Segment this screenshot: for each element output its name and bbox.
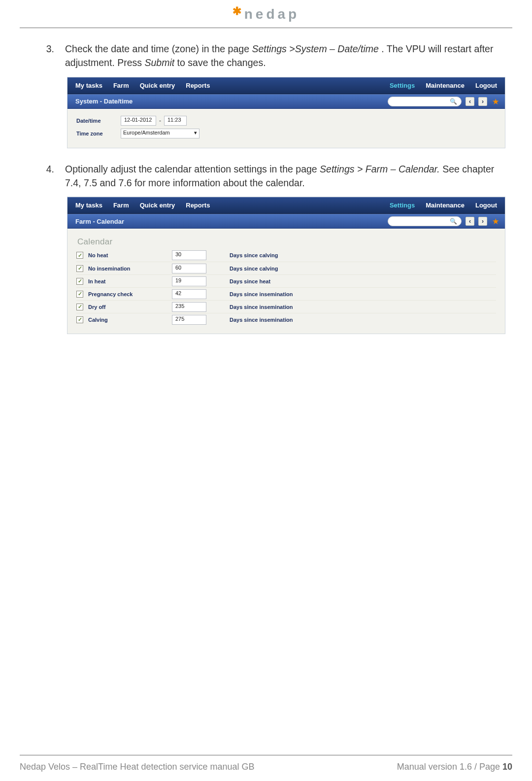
search-input[interactable]: 🔍 — [388, 97, 462, 106]
screenshot-system-datetime: My tasks Farm Quick entry Reports Settin… — [67, 77, 505, 148]
calendar-row-desc: Days since heat — [219, 278, 270, 284]
nav-prev-icon[interactable]: ‹ — [466, 217, 474, 226]
checkbox[interactable]: ✓ — [76, 278, 83, 285]
date-field[interactable]: 12-01-2012 — [121, 116, 156, 126]
text: Optionally adjust the calendar attention… — [65, 164, 320, 174]
nav-next-icon[interactable]: › — [478, 217, 487, 226]
calendar-row: ✓Dry off235Days since insemination — [76, 300, 496, 313]
nav-logout[interactable]: Logout — [475, 82, 497, 89]
list-item-3: 3. Check the date and time (zone) in the… — [20, 42, 512, 70]
footer-page-number: 10 — [502, 762, 512, 772]
label-timezone: Time zone — [76, 131, 121, 136]
calendar-row-desc: Days since calving — [219, 266, 278, 272]
nav-quick-entry[interactable]: Quick entry — [140, 82, 175, 89]
calendar-row: ✓No heat30Days since calving — [76, 249, 496, 262]
list-number: 4. — [20, 162, 54, 190]
app-topbar: My tasks Farm Quick entry Reports Settin… — [67, 77, 505, 94]
nav-reports[interactable]: Reports — [186, 202, 210, 209]
brand-text: nedap — [244, 6, 299, 22]
calendar-row-value[interactable]: 235 — [172, 302, 206, 312]
calendar-row-desc: Days since calving — [219, 252, 278, 258]
calendar-row-value[interactable]: 42 — [172, 289, 206, 299]
label-datetime: Date/time — [76, 118, 121, 124]
nav-farm[interactable]: Farm — [113, 202, 129, 209]
nav-maintenance[interactable]: Maintenance — [426, 202, 465, 209]
calendar-row: ✓In heat19Days since heat — [76, 274, 496, 287]
footer-left: Nedap Velos – RealTime Heat detection se… — [20, 762, 255, 772]
page-title-bar: System - Date/time 🔍 ‹ › ★ — [67, 94, 505, 109]
nav-my-tasks[interactable]: My tasks — [75, 82, 102, 89]
checkbox[interactable]: ✓ — [76, 291, 83, 298]
calendar-row-name: No insemination — [88, 266, 172, 272]
nav-logout[interactable]: Logout — [475, 202, 497, 209]
calendar-row: ✓Calving275Days since insemination — [76, 313, 496, 326]
calendar-row-name: Calving — [88, 317, 172, 323]
footer-right-prefix: Manual version 1.6 / Page — [397, 762, 502, 772]
calendar-row-name: In heat — [88, 278, 172, 284]
page-header: ✱ nedap — [0, 0, 532, 29]
search-icon: 🔍 — [450, 218, 457, 225]
favorite-icon[interactable]: ★ — [491, 97, 500, 106]
calendar-row-desc: Days since insemination — [219, 304, 293, 310]
calendar-panel: Calendar ✓No heat30Days since calving✓No… — [67, 229, 505, 334]
page-footer: Nedap Velos – RealTime Heat detection se… — [0, 762, 532, 772]
settings-path: Settings > Farm – Calendar. — [320, 164, 440, 174]
calendar-row-desc: Days since insemination — [219, 317, 293, 323]
checkbox[interactable]: ✓ — [76, 252, 83, 259]
nav-next-icon[interactable]: › — [478, 97, 487, 106]
nav-farm[interactable]: Farm — [113, 82, 129, 89]
page-title: Farm - Calendar — [75, 218, 124, 225]
form-row-timezone: Time zone Europe/Amsterdam ▾ — [76, 127, 496, 140]
section-title: Calendar — [76, 234, 496, 249]
list-item-4: 4. Optionally adjust the calendar attent… — [20, 162, 512, 190]
nav-reports[interactable]: Reports — [186, 82, 210, 89]
footer-rule — [20, 755, 512, 755]
calendar-row-value[interactable]: 60 — [172, 264, 206, 273]
calendar-row-value[interactable]: 30 — [172, 250, 206, 260]
calendar-row-value[interactable]: 275 — [172, 315, 206, 325]
favorite-icon[interactable]: ★ — [491, 217, 500, 226]
search-input[interactable]: 🔍 — [388, 216, 462, 226]
calendar-row-name: No heat — [88, 252, 172, 258]
form-row-datetime: Date/time 12-01-2012 - 11:23 — [76, 114, 496, 127]
list-text: Check the date and time (zone) in the pa… — [65, 42, 512, 70]
settings-path: Settings >System – Date/time — [252, 43, 378, 54]
nav-prev-icon[interactable]: ‹ — [466, 97, 474, 106]
time-field[interactable]: 11:23 — [164, 116, 187, 126]
calendar-row-value[interactable]: 19 — [172, 276, 206, 286]
search-icon: 🔍 — [450, 98, 457, 105]
app-topbar: My tasks Farm Quick entry Reports Settin… — [67, 197, 505, 214]
form-panel: Date/time 12-01-2012 - 11:23 Time zone E… — [67, 109, 505, 148]
checkbox[interactable]: ✓ — [76, 304, 83, 310]
chevron-down-icon: ▾ — [194, 130, 197, 136]
footer-right: Manual version 1.6 / Page 10 — [397, 762, 512, 772]
date-sep: - — [159, 117, 161, 124]
header-rule — [20, 28, 512, 28]
nav-maintenance[interactable]: Maintenance — [426, 82, 465, 89]
nav-my-tasks[interactable]: My tasks — [75, 202, 102, 209]
nav-settings[interactable]: Settings — [390, 202, 415, 209]
calendar-row: ✓Pregnancy check42Days since inseminatio… — [76, 287, 496, 300]
calendar-row-name: Pregnancy check — [88, 291, 172, 297]
text: Check the date and time (zone) in the pa… — [65, 43, 252, 54]
calendar-row-desc: Days since insemination — [219, 291, 293, 297]
calendar-row-name: Dry off — [88, 304, 172, 310]
brand-logo: ✱ nedap — [233, 6, 299, 22]
brand-star-icon: ✱ — [233, 5, 241, 18]
page-title: System - Date/time — [75, 98, 133, 105]
text: to save the changes. — [177, 57, 266, 68]
list-number: 3. — [20, 42, 54, 70]
list-text: Optionally adjust the calendar attention… — [65, 162, 512, 190]
screenshot-farm-calendar: My tasks Farm Quick entry Reports Settin… — [67, 197, 505, 334]
nav-quick-entry[interactable]: Quick entry — [140, 202, 175, 209]
timezone-select[interactable]: Europe/Amsterdam ▾ — [121, 129, 200, 138]
page-title-bar: Farm - Calendar 🔍 ‹ › ★ — [67, 214, 505, 229]
timezone-value: Europe/Amsterdam — [123, 130, 170, 136]
checkbox[interactable]: ✓ — [76, 316, 83, 323]
submit-word: Submit — [144, 57, 174, 68]
checkbox[interactable]: ✓ — [76, 265, 83, 272]
nav-settings[interactable]: Settings — [390, 82, 415, 89]
calendar-row: ✓No insemination60Days since calving — [76, 262, 496, 274]
page-content: 3. Check the date and time (zone) in the… — [20, 42, 512, 348]
